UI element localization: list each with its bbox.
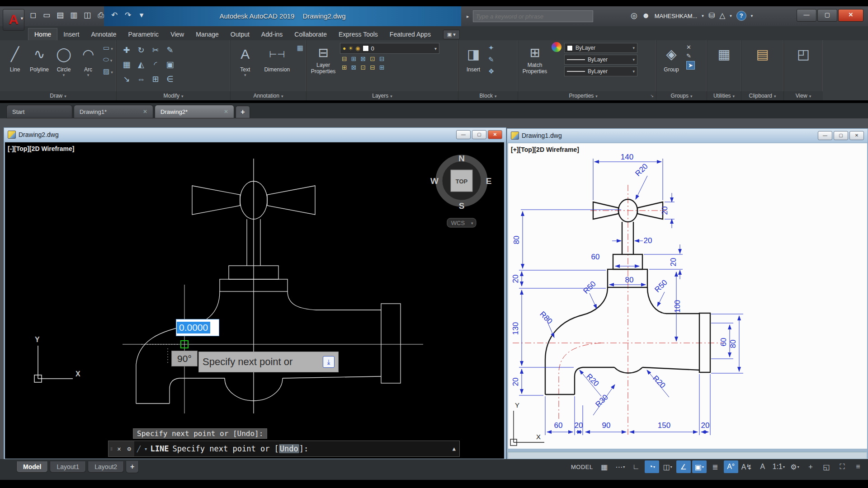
file-tab-drawing2[interactable]: Drawing2*✕ (155, 105, 234, 118)
utilities-panel-label[interactable]: Utilities▾ (707, 91, 741, 100)
draw-panel-label[interactable]: Draw▾ (0, 91, 116, 100)
group-button[interactable]: ◈ Group (659, 42, 684, 73)
save-as-button[interactable]: ▥ (68, 9, 80, 22)
recent-commands-icon[interactable]: ╱ ▾ (134, 446, 150, 452)
explode-icon[interactable]: ▣ (163, 57, 177, 72)
fillet-icon[interactable]: ◜ (148, 57, 163, 72)
command-option-undo[interactable]: Undo (279, 444, 299, 453)
undo-button[interactable]: ↶ ▾ (108, 9, 120, 22)
close-tab-icon[interactable]: ✕ (214, 108, 228, 115)
edit-block-icon[interactable]: ✎ (488, 56, 494, 64)
help-icon[interactable]: ? (736, 11, 746, 21)
scale-value-button[interactable]: 1:1▾ (771, 460, 786, 473)
tab-featured-apps[interactable]: Featured Apps (384, 28, 437, 40)
search-icon[interactable]: ◎ (631, 9, 637, 23)
modify-panel-label[interactable]: Modify▾ (117, 91, 230, 100)
drawing1-minimize-button[interactable]: — (818, 131, 832, 140)
text-tool[interactable]: A Text▾ (233, 42, 257, 77)
array-icon[interactable]: ⊞ (148, 72, 163, 86)
erase-icon[interactable]: ✎ (163, 43, 177, 57)
tab-manage[interactable]: Manage (190, 28, 225, 40)
add-layout-button[interactable]: + (126, 461, 139, 473)
line-tool[interactable]: ╱Line (3, 42, 27, 77)
mirror-icon[interactable]: ◭ (134, 57, 148, 72)
signed-in-user[interactable]: MAHESHKAM... (655, 13, 698, 19)
viewcube-west[interactable]: W (430, 176, 439, 186)
drawing1-restore-button[interactable]: ▢ (834, 131, 848, 140)
autoscale-annotation-button[interactable]: A↯ (740, 460, 754, 473)
user-icon[interactable]: ☻ (642, 9, 650, 23)
tab-express-tools[interactable]: Express Tools (333, 28, 384, 40)
tab-view[interactable]: View (165, 28, 190, 40)
utilities-button[interactable]: ▦ (712, 42, 736, 66)
annotation-visibility-button[interactable]: A° (724, 460, 738, 473)
viewcube-south[interactable]: S (459, 201, 465, 211)
ellipse-icon[interactable]: ⬭▾ (103, 56, 113, 64)
layers-panel-label[interactable]: Layers▾ (307, 91, 458, 100)
groups-panel-label[interactable]: Groups▾ (656, 91, 707, 100)
layer-off-icon[interactable]: ⊟ (342, 55, 347, 62)
layer-unisolate-icon[interactable]: ⊠ (351, 64, 357, 71)
drawing2-close-button[interactable]: ✕ (488, 130, 502, 139)
block-panel-label[interactable]: Block▾ (458, 91, 518, 100)
close-tab-icon[interactable]: ✕ (133, 108, 147, 115)
lineweight-dropdown[interactable]: ByLayer▾ (564, 55, 637, 65)
help-dropdown-icon[interactable]: ▾ (751, 9, 753, 23)
command-grip[interactable]: ⁞⁞ (108, 441, 114, 456)
grid-display-button[interactable]: ▦ (597, 460, 612, 473)
ribbon-overflow-button[interactable]: ▣ ▾ (443, 30, 460, 39)
stretch-icon[interactable]: ↘ (119, 72, 134, 86)
properties-panel-label[interactable]: Properties▾ ↘ (518, 91, 656, 100)
tab-home[interactable]: Home (28, 28, 57, 40)
tab-parametric[interactable]: Parametric (122, 28, 165, 40)
object-snap-tracking-button[interactable]: ∠ (676, 460, 691, 473)
create-block-icon[interactable]: ✦ (488, 44, 494, 52)
search-input[interactable] (473, 10, 593, 22)
dimension-tool[interactable]: ⊢⊣ Dimension (260, 42, 294, 73)
lineweight-display-button[interactable]: ≣ (708, 460, 722, 473)
circle-tool[interactable]: ◯Circle▾ (52, 42, 76, 77)
hatch-icon[interactable]: ▨▾ (103, 67, 113, 75)
layer-match-icon[interactable]: ⊟ (379, 55, 385, 62)
layer-thaw-icon[interactable]: ⊡ (360, 64, 366, 71)
layer-dropdown[interactable]: ● ☀ ◉ 0 ▾ (340, 43, 439, 54)
file-tab-start[interactable]: Start (6, 105, 72, 118)
group-edit-icon[interactable]: ✎ (686, 52, 695, 59)
polyline-tool[interactable]: ∿Polyline (27, 42, 52, 77)
command-wrench-icon[interactable]: ⚙ (124, 441, 134, 456)
table-icon[interactable]: ▦ (297, 44, 303, 52)
clean-screen-button[interactable]: ⛶ (835, 460, 849, 473)
app-minimize-button[interactable]: — (797, 9, 816, 22)
copy-icon[interactable]: ▦ (119, 57, 134, 72)
batch-plot-button[interactable]: ◫ (81, 9, 93, 22)
user-dropdown-icon[interactable]: ▾ (702, 9, 704, 23)
isolate-objects-button[interactable]: ◱ (819, 460, 834, 473)
new-tab-button[interactable]: + (236, 106, 250, 118)
offset-icon[interactable]: ∈ (163, 72, 177, 86)
tab-annotate[interactable]: Annotate (85, 28, 122, 40)
drawing2-restore-button[interactable]: ▢ (472, 130, 486, 139)
scale-icon[interactable]: ⇔ (134, 72, 148, 86)
model-space-label[interactable]: MODEL (571, 464, 593, 470)
view-button[interactable]: ◰ (791, 42, 816, 66)
trim-icon[interactable]: ✂ (148, 43, 163, 57)
snap-mode-button[interactable]: ⋯▾ (613, 460, 627, 473)
layer-on-icon[interactable]: ⊞ (342, 64, 347, 71)
tab-add-ins[interactable]: Add-ins (255, 28, 288, 40)
view-cube[interactable]: TOP N S W E WCS ▾ (430, 154, 491, 227)
match-properties-button[interactable]: ⊞ MatchProperties (521, 42, 549, 75)
rotate-icon[interactable]: ↻ (134, 43, 148, 57)
app-store-cart-icon[interactable]: ⛁ (708, 9, 715, 23)
autodesk-exchange-icon[interactable]: △ (719, 9, 725, 23)
layout-tab-model[interactable]: Model (16, 461, 48, 473)
layout-tab-layout2[interactable]: Layout2 (88, 461, 124, 473)
properties-dialog-launcher[interactable]: ↘ (650, 91, 654, 100)
drawing1-title-bar[interactable]: Drawing1.dwg — ▢ ✕ (507, 129, 868, 142)
command-expand-icon[interactable]: ▲ (453, 446, 459, 452)
plot-button[interactable]: ⎙ (95, 9, 107, 22)
tab-collaborate[interactable]: Collaborate (288, 28, 333, 40)
save-button[interactable]: ▤ (54, 9, 66, 22)
polar-tracking-button[interactable]: ◔▾ (645, 460, 659, 473)
insert-block-button[interactable]: ◨ Insert (461, 42, 486, 73)
viewcube-top[interactable]: TOP (456, 178, 468, 185)
